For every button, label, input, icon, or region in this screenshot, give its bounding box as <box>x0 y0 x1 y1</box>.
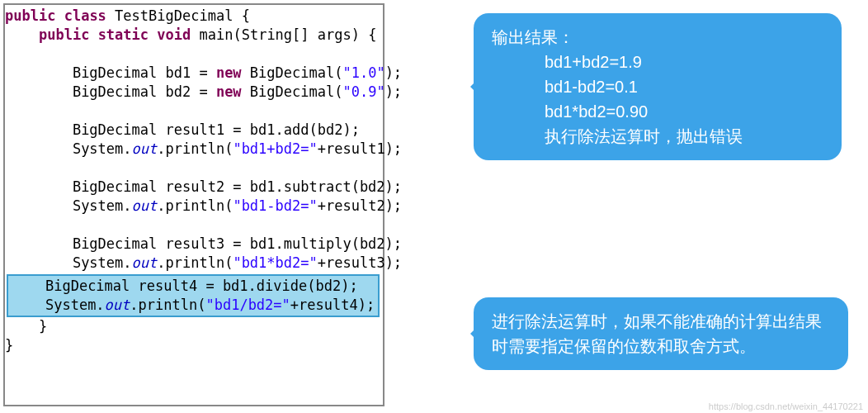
code-line: .println( <box>157 140 233 157</box>
kw-class: class <box>64 7 106 24</box>
code-line: System. <box>45 297 105 313</box>
code-line: .println( <box>130 297 205 313</box>
code-line: BigDecimal result3 = bd1.multiply(bd2); <box>73 235 402 252</box>
output-line: bd1+bd2=1.9 <box>545 53 642 71</box>
code-line: +result4); <box>290 297 375 313</box>
field-out: out <box>105 297 130 313</box>
string-lit: "bd1+bd2=" <box>233 140 317 157</box>
string-lit: "bd1-bd2=" <box>233 197 317 214</box>
code-line: BigDecimal result4 = bd1.divide(bd2); <box>45 278 358 294</box>
code-line: BigDecimal result2 = bd1.subtract(bd2); <box>73 178 402 195</box>
output-line: bd1*bd2=0.90 <box>545 102 648 121</box>
code-line: ); <box>385 64 402 81</box>
kw-void: void <box>157 26 191 43</box>
field-out: out <box>132 254 158 271</box>
code-line: System. <box>73 254 132 271</box>
code-content: public class TestBigDecimal { public sta… <box>5 7 383 273</box>
kw-new: new <box>216 83 242 100</box>
code-line: BigDecimal bd1 = <box>73 64 216 81</box>
code-line: System. <box>73 140 132 157</box>
kw-static: static <box>98 26 149 43</box>
code-line: BigDecimal bd2 = <box>73 83 216 100</box>
kw-public: public <box>5 7 55 24</box>
code-line: BigDecimal result1 = bd1.add(bd2); <box>73 121 360 138</box>
code-line: ); <box>385 83 402 100</box>
output-line: bd1-bd2=0.1 <box>545 78 638 96</box>
code-close: } } <box>5 317 383 355</box>
code-line: +result2); <box>318 197 402 214</box>
output-bubble: 输出结果： bd1+bd2=1.9 bd1-bd2=0.1 bd1*bd2=0.… <box>474 13 842 160</box>
string-lit: "bd1*bd2=" <box>233 254 317 271</box>
code-line: System. <box>73 197 132 214</box>
code-line: +result3); <box>318 254 402 271</box>
highlight-box: BigDecimal result4 = bd1.divide(bd2); Sy… <box>7 274 380 317</box>
code-line: .println( <box>157 197 233 214</box>
note-text: 进行除法运算时，如果不能准确的计算出结果时需要指定保留的位数和取舍方式。 <box>492 312 822 355</box>
method-sig: main(String[] args) { <box>200 26 377 43</box>
string-lit: "1.0" <box>342 64 384 81</box>
field-out: out <box>132 140 158 157</box>
watermark: https://blog.csdn.net/weixin_44170221 <box>709 401 863 411</box>
field-out: out <box>132 197 158 214</box>
string-lit: "0.9" <box>342 83 384 100</box>
highlight-code: BigDecimal result4 = bd1.divide(bd2); Sy… <box>12 277 375 315</box>
string-lit: "bd1/bd2=" <box>205 297 290 313</box>
code-line: BigDecimal( <box>242 83 343 100</box>
code-line: +result1); <box>318 140 402 157</box>
kw-new: new <box>216 64 242 81</box>
code-line: BigDecimal( <box>242 64 343 81</box>
bubble-title: 输出结果： <box>492 25 823 50</box>
code-panel: public class TestBigDecimal { public sta… <box>3 3 384 406</box>
brace: } <box>39 318 47 335</box>
class-name: TestBigDecimal { <box>115 7 250 24</box>
kw-public: public <box>39 26 89 43</box>
note-bubble: 进行除法运算时，如果不能准确的计算出结果时需要指定保留的位数和取舍方式。 <box>474 297 848 370</box>
output-line: 执行除法运算时，抛出错误 <box>545 127 743 145</box>
code-line: .println( <box>157 254 233 271</box>
brace: } <box>5 337 13 354</box>
